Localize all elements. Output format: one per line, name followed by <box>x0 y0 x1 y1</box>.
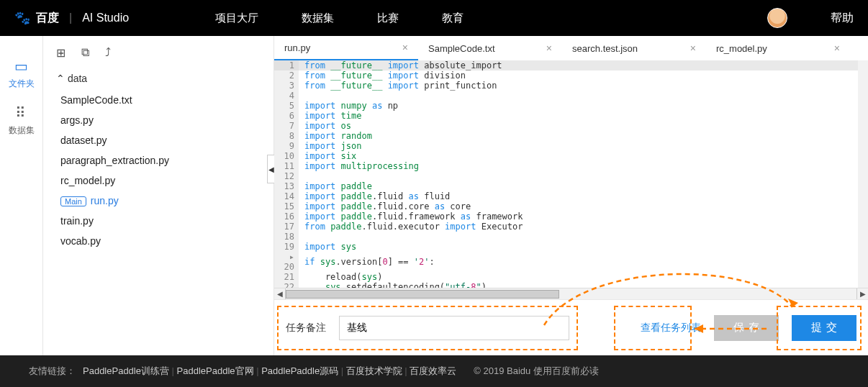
footer-link[interactable]: 百度技术学院 <box>346 365 402 376</box>
logo-text: 百度 <box>36 11 59 26</box>
nav-education[interactable]: 教育 <box>442 12 464 25</box>
logo-sub: AI Studio <box>82 12 129 24</box>
footer-label: 友情链接： <box>29 365 76 378</box>
view-task-list-link[interactable]: 查看任务列表 <box>641 322 701 334</box>
collapse-handle[interactable]: ◀ <box>267 155 274 183</box>
footer-link[interactable]: 百度效率云 <box>410 365 456 376</box>
rail-files[interactable]: ▭ 文件夹 <box>0 58 42 90</box>
submit-button[interactable]: 提交 <box>792 315 856 341</box>
main-area: ▭ 文件夹 ⠿ 数据集 ⊞ ⧉ ⤴ ⌃ data SampleCode.txta… <box>0 36 868 355</box>
nav-contest[interactable]: 比赛 <box>377 12 399 25</box>
left-rail: ▭ 文件夹 ⠿ 数据集 <box>0 36 43 355</box>
editor-tab[interactable]: run.py× <box>274 36 418 60</box>
tab-label: SampleCode.txt <box>428 43 495 54</box>
file-item[interactable]: args.py <box>58 110 261 130</box>
upload-icon[interactable]: ⤴ <box>105 46 111 60</box>
new-file-icon[interactable]: ⊞ <box>56 46 65 60</box>
footer-copyright: © 2019 Baidu 使用百度前必读 <box>474 365 599 378</box>
footer-link[interactable]: PaddlePaddle官网 <box>177 365 254 376</box>
file-item[interactable]: Mainrun.py <box>58 191 261 211</box>
file-tree: SampleCode.txtargs.pydataset.pyparagraph… <box>56 90 261 251</box>
new-folder-icon[interactable]: ⧉ <box>81 46 89 60</box>
folder-icon: ▭ <box>0 58 42 75</box>
vertical-scrollbar[interactable] <box>858 60 868 288</box>
file-item[interactable]: vocab.py <box>58 231 261 251</box>
save-button[interactable]: 保存 <box>714 315 779 341</box>
editor-area: ◀ run.py×SampleCode.txt×search.test.json… <box>273 36 868 355</box>
file-sidebar: ⊞ ⧉ ⤴ ⌃ data SampleCode.txtargs.pydatase… <box>43 36 273 355</box>
editor-tab[interactable]: SampleCode.txt× <box>418 36 562 60</box>
tree-folder-data[interactable]: ⌃ data <box>56 73 261 84</box>
editor-tab[interactable]: rc_model.py× <box>706 36 850 60</box>
nav-datasets[interactable]: 数据集 <box>302 12 334 25</box>
top-header: 🐾 百度 | AI Studio 项目大厅 数据集 比赛 教育 帮助 <box>0 0 868 36</box>
task-remark-input[interactable] <box>339 316 569 340</box>
nav-help[interactable]: 帮助 <box>831 11 854 26</box>
close-icon[interactable]: × <box>690 42 696 54</box>
baidu-paw-icon: 🐾 <box>14 10 30 26</box>
file-item[interactable]: dataset.py <box>58 130 261 150</box>
close-icon[interactable]: × <box>402 42 408 53</box>
file-item[interactable]: train.py <box>58 211 261 231</box>
footer-link[interactable]: PaddlePaddle训练营 <box>83 365 169 376</box>
editor-tabs: run.py×SampleCode.txt×search.test.json×r… <box>274 36 868 60</box>
nav-projects[interactable]: 项目大厅 <box>215 12 258 25</box>
tab-label: search.test.json <box>572 43 638 54</box>
horizontal-scrollbar[interactable]: ◀ ▶ <box>274 288 868 299</box>
tab-label: run.py <box>284 42 310 53</box>
close-icon[interactable]: × <box>834 42 840 54</box>
scroll-right-icon[interactable]: ▶ <box>856 288 868 300</box>
scroll-thumb[interactable] <box>286 290 559 299</box>
editor-tab[interactable]: search.test.json× <box>562 36 706 60</box>
file-item[interactable]: SampleCode.txt <box>58 90 261 110</box>
main-badge: Main <box>60 196 86 206</box>
logo[interactable]: 🐾 百度 | AI Studio <box>14 10 129 26</box>
action-bar: 任务备注 查看任务列表 保存 提交 <box>274 299 868 355</box>
avatar[interactable] <box>767 8 787 28</box>
sidebar-actions: ⊞ ⧉ ⤴ <box>56 46 261 60</box>
scroll-left-icon[interactable]: ◀ <box>274 288 286 300</box>
file-item[interactable]: paragraph_extraction.py <box>58 150 261 170</box>
footer: 友情链接： PaddlePaddle训练营 | PaddlePaddle官网 |… <box>0 355 868 387</box>
task-remark-label: 任务备注 <box>286 322 326 334</box>
chevron-down-icon: ⌃ <box>56 73 65 84</box>
rail-datasets[interactable]: ⠿ 数据集 <box>0 104 42 137</box>
close-icon[interactable]: × <box>546 42 552 54</box>
top-nav: 项目大厅 数据集 比赛 教育 <box>215 12 464 25</box>
dataset-icon: ⠿ <box>0 104 42 122</box>
code-editor[interactable]: 1from __future__ import absolute_import2… <box>274 60 868 288</box>
file-item[interactable]: rc_model.py <box>58 170 261 191</box>
tab-label: rc_model.py <box>716 43 767 54</box>
footer-link[interactable]: PaddlePaddle源码 <box>261 365 338 376</box>
logo-divider: | <box>69 12 72 24</box>
